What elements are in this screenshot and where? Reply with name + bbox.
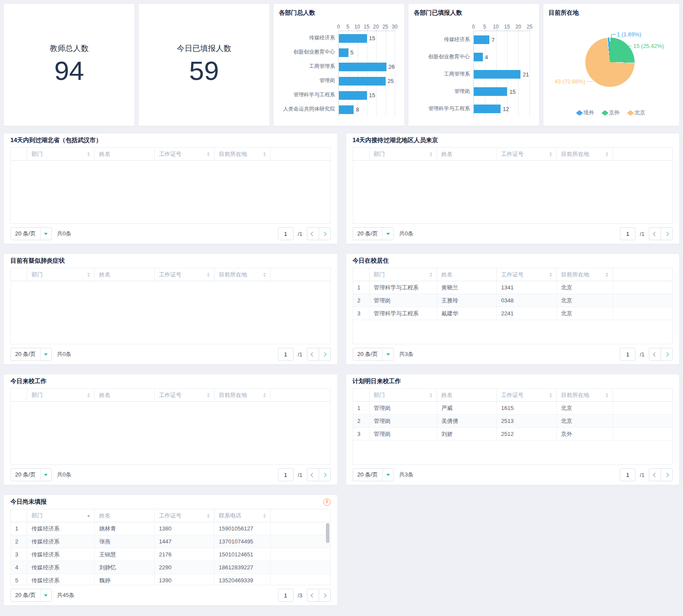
sort-asc-icon: [263, 514, 266, 515]
page-number-input[interactable]: 1: [620, 468, 635, 481]
info-icon[interactable]: [323, 499, 331, 506]
column-header-1[interactable]: 部门: [27, 148, 95, 160]
page-size-select[interactable]: 20 条/页: [353, 348, 394, 361]
table-cell: 传媒经济系: [27, 574, 95, 585]
sort-desc-icon: [87, 155, 90, 156]
next-page-button[interactable]: [319, 227, 331, 240]
column-header-4[interactable]: 目前所在地: [214, 148, 271, 160]
axis-tick-label: 10: [493, 24, 498, 30]
legend-item-京外[interactable]: 京外: [603, 109, 620, 117]
prev-page-button[interactable]: [307, 348, 319, 361]
column-header-1[interactable]: 部门: [27, 389, 95, 401]
column-header-3[interactable]: 工作证号: [155, 268, 214, 281]
table-title: 今日在校居住: [353, 257, 389, 265]
column-header-label: 姓名: [441, 391, 453, 399]
column-header-1[interactable]: 部门: [370, 389, 437, 401]
chevron-right-icon: [322, 593, 327, 597]
axis-tick-label: 25: [383, 24, 388, 30]
next-page-button[interactable]: [319, 348, 331, 361]
next-page-button[interactable]: [661, 227, 673, 240]
pagination-controls: 1/1: [620, 348, 673, 361]
column-header-4[interactable]: 目前所在地: [214, 268, 271, 281]
table-row: 4传媒经济系刘静忆229018612839227: [11, 561, 330, 574]
page-number-input[interactable]: 1: [278, 589, 294, 602]
next-page-button[interactable]: [661, 348, 673, 361]
table-cell: 3: [353, 307, 370, 320]
page-size-select[interactable]: 20 条/页: [10, 468, 52, 481]
prev-page-button[interactable]: [307, 468, 319, 481]
page-size-select[interactable]: 20 条/页: [10, 227, 52, 240]
prev-page-button[interactable]: [307, 589, 319, 602]
bar: [339, 34, 367, 43]
page-number-input[interactable]: 1: [278, 348, 294, 361]
column-header-1[interactable]: 部门: [370, 148, 437, 160]
column-header-label: 部门: [374, 271, 385, 279]
page-number-input[interactable]: 1: [278, 227, 294, 240]
bar-value-label: 25: [388, 78, 394, 84]
prev-page-button[interactable]: [307, 227, 319, 240]
page-size-select[interactable]: 20 条/页: [10, 589, 52, 602]
page-number-input[interactable]: 1: [278, 468, 294, 481]
total-pages-label: /1: [298, 472, 303, 478]
legend-item-境外[interactable]: 境外: [578, 109, 594, 117]
table-cell: 传媒经济系: [27, 561, 95, 574]
pie-label-text: 43 (72.88%): [555, 78, 585, 85]
column-header-1[interactable]: 部门: [370, 268, 437, 281]
axis-tick: [530, 29, 530, 31]
column-header-4[interactable]: 目前所在地: [557, 148, 613, 160]
column-header-4[interactable]: 目前所在地: [557, 268, 613, 281]
column-header-empty: [353, 268, 370, 281]
table-cell: 1341: [497, 281, 556, 294]
total-count-label: 共0条: [399, 230, 413, 238]
page-number-input[interactable]: 1: [620, 227, 635, 240]
column-header-3[interactable]: 工作证号: [155, 509, 214, 522]
chevron-left-icon: [653, 352, 657, 356]
column-header-3[interactable]: 工作证号: [155, 148, 214, 160]
sort-asc-icon: [87, 152, 90, 154]
next-page-button[interactable]: [319, 468, 331, 481]
next-page-button[interactable]: [661, 468, 673, 481]
page-size-label: 20 条/页: [353, 471, 383, 479]
column-header-4[interactable]: 目前所在地: [214, 389, 271, 401]
column-header-3[interactable]: 工作证号: [497, 389, 556, 401]
column-header-2: 姓名: [95, 389, 154, 401]
table-cell: 4: [11, 561, 27, 574]
column-header-1[interactable]: 部门: [27, 268, 95, 281]
column-header-empty: [271, 268, 330, 281]
column-header-3[interactable]: 工作证号: [497, 148, 556, 160]
column-header-label: 工作证号: [159, 391, 182, 399]
sort-desc-icon: [549, 155, 552, 156]
column-header-3[interactable]: 工作证号: [155, 389, 214, 401]
table-cell: 2: [353, 415, 370, 427]
pie-legend: 境外京外北京: [549, 109, 674, 117]
vertical-scrollbar-thumb[interactable]: [326, 523, 329, 543]
table-cell: 管理岗: [370, 415, 437, 427]
column-header-1[interactable]: 部门: [27, 509, 95, 522]
table-body: 1管理科学与工程系黄晓兰1341北京2管理岗王雅玲0348北京3管理科学与工程系…: [353, 281, 673, 344]
prev-page-button[interactable]: [649, 468, 661, 481]
page-number-input[interactable]: 1: [620, 348, 635, 361]
column-header-3[interactable]: 工作证号: [497, 268, 556, 281]
dept-reported-bar-chart: 0510152025传媒经济系创新创业教育中心工商管理系管理岗管理科学与工程系7…: [414, 24, 536, 117]
next-page-button[interactable]: [319, 589, 331, 602]
bar-value-label: 5: [351, 49, 354, 56]
column-header-empty: [613, 148, 672, 160]
column-header-empty: [11, 389, 27, 401]
page-size-select[interactable]: 20 条/页: [353, 227, 394, 240]
column-header-4[interactable]: 目前所在地: [557, 389, 613, 401]
legend-item-北京[interactable]: 北京: [629, 109, 645, 117]
column-header-4[interactable]: 联系电话: [214, 509, 271, 522]
sort-icon: [204, 273, 210, 277]
table: 部门姓名工作证号目前所在地: [10, 147, 331, 224]
prev-page-button[interactable]: [649, 227, 661, 240]
prev-page-button[interactable]: [649, 348, 661, 361]
bar-plot: 1552625158: [338, 31, 395, 116]
column-header-empty: [613, 268, 672, 281]
page-size-select[interactable]: 20 条/页: [10, 348, 52, 361]
page-size-select[interactable]: 20 条/页: [353, 468, 394, 481]
chevron-right-icon: [664, 232, 669, 236]
table: 部门姓名工作证号联系电话1传媒经济系姚林青1380159010561272传媒经…: [10, 509, 331, 585]
legend-diamond-icon: [601, 110, 609, 116]
table-cell: 北京: [557, 307, 613, 320]
sort-asc-icon: [549, 273, 552, 274]
